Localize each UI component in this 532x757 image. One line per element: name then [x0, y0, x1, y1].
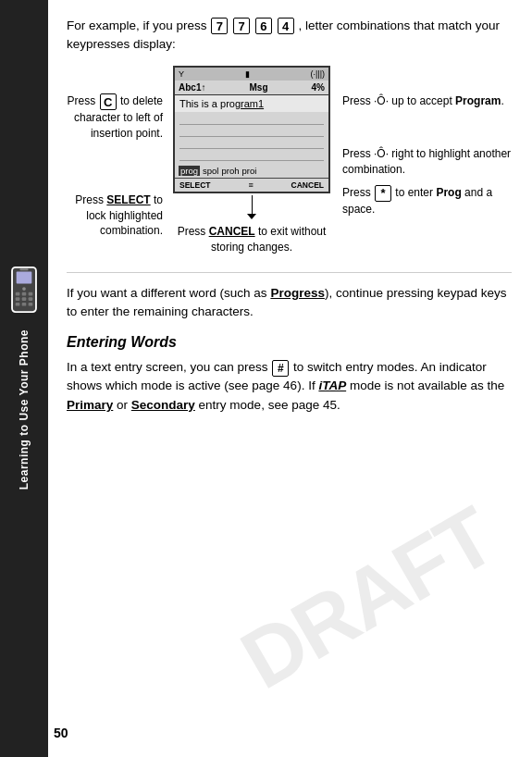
- screen-text: This is a program1: [179, 98, 264, 109]
- select-key-label: SELECT: [106, 193, 150, 206]
- right-nav-right-icon: ·Ô·: [374, 147, 389, 160]
- screen-line-1: [179, 114, 324, 125]
- screen-line-2: [179, 126, 324, 137]
- intro-text-before: For example, if you press: [67, 19, 210, 32]
- star-key: *: [375, 185, 391, 202]
- svg-point-2: [22, 288, 26, 292]
- section-para-end: entry mode, see page 45.: [195, 398, 340, 412]
- word-proh: proh: [221, 166, 239, 176]
- svg-rect-12: [19, 269, 28, 271]
- left-top-prefix: Press: [68, 94, 99, 107]
- body-para1-text-before: If you want a different word (such as: [67, 286, 270, 300]
- arrow-down-tip: [247, 214, 256, 219]
- screen-bottom-bar: SELECT ≡ CANCEL: [175, 178, 328, 192]
- key-7a: 7: [211, 18, 228, 34]
- svg-rect-7: [22, 298, 27, 302]
- hash-key: #: [272, 360, 289, 377]
- c-key: C: [100, 93, 117, 110]
- abc-indicator: Abc1↑: [179, 82, 205, 93]
- svg-rect-9: [16, 303, 20, 306]
- cancel-key-label: CANCEL: [209, 225, 255, 238]
- screen-line-3: [179, 138, 324, 149]
- sidebar-label: Learning to Use Your Phone: [18, 329, 31, 490]
- svg-rect-5: [29, 292, 33, 296]
- cancel-note: Press CANCEL to exit without storing cha…: [173, 224, 330, 255]
- screen-word-row: prog spol proh proi: [175, 164, 328, 178]
- right-bottom-prefix: Press: [342, 147, 374, 160]
- main-content: For example, if you press 7 7 6 4 , lett…: [48, 0, 532, 444]
- msg-label: Msg: [250, 82, 268, 93]
- cancel-prefix: Press: [178, 225, 209, 238]
- svg-rect-1: [17, 272, 32, 284]
- screen-cancel-btn: CANCEL: [291, 180, 324, 190]
- right-bottom-line2-middle: to enter: [392, 186, 436, 199]
- left-bottom-prefix: Press: [75, 193, 106, 206]
- section-heading: Entering Words: [67, 334, 512, 351]
- section-para-after-itap: mode is not available as the: [346, 378, 504, 392]
- phone-screen: Y ▮ (·|||) Abc1↑ Msg 4% This is a progra…: [173, 66, 330, 193]
- screen-menu-icon: ≡: [248, 180, 253, 190]
- right-nav-up-icon: ·Ô·: [374, 94, 389, 107]
- svg-rect-6: [16, 298, 20, 302]
- right-annotations: Press ·Ô· up to accept Program. Press ·Ô…: [335, 93, 512, 217]
- screen-arrow-down: [247, 195, 256, 219]
- section-paragraph: In a text entry screen, you can press # …: [67, 358, 512, 415]
- page-number: 50: [54, 726, 68, 740]
- right-top-prefix: Press: [342, 94, 374, 107]
- signal-icon: Y: [179, 69, 184, 79]
- secondary-label: Secondary: [131, 398, 195, 412]
- screen-status-bar: Y ▮ (·|||): [175, 68, 328, 81]
- primary-label: Primary: [67, 398, 113, 412]
- screen-select-btn: SELECT: [179, 180, 211, 190]
- arrow-line-vertical: [252, 195, 253, 214]
- screen-line-4: [179, 150, 324, 161]
- itap-label: iTAP: [318, 378, 346, 392]
- screen-title-bar: Abc1↑ Msg 4%: [175, 81, 328, 95]
- intro-paragraph: For example, if you press 7 7 6 4 , lett…: [67, 17, 512, 53]
- right-top-period: .: [501, 94, 503, 107]
- diagram-area: Press C to delete character to left of i…: [67, 66, 512, 255]
- key-7b: 7: [233, 18, 250, 34]
- screen-text-area: This is a program1: [175, 95, 328, 112]
- left-annotations: Press C to delete character to left of i…: [67, 93, 168, 239]
- prog-bold: Prog: [436, 186, 461, 199]
- section-para-before: In a text entry screen, you can press: [67, 360, 271, 374]
- key-6: 6: [255, 18, 272, 34]
- right-bottom-line2: Press * to enter Prog and a space.: [342, 185, 512, 217]
- right-bottom-line2-prefix: Press: [342, 186, 374, 199]
- right-bottom-line1: Press ·Ô· right to highlight another com…: [342, 146, 512, 178]
- progress-inline: Progress: [270, 286, 325, 300]
- svg-rect-8: [29, 298, 33, 302]
- right-top-annotation: Press ·Ô· up to accept Program.: [342, 93, 512, 109]
- screen-lines: [175, 112, 328, 164]
- draft-watermark: DRAFT: [226, 489, 510, 708]
- center-status-icon: ▮: [245, 69, 250, 79]
- body-paragraph-1: If you want a different word (such as Pr…: [67, 284, 512, 322]
- cursor-text: ram1: [241, 98, 264, 109]
- right-top-middle: up to accept: [389, 94, 455, 107]
- percent-value: 4%: [312, 82, 325, 93]
- right-bottom-annotation: Press ·Ô· right to highlight another com…: [342, 146, 512, 217]
- sidebar: Learning to Use Your Phone: [0, 0, 48, 757]
- phone-icon: [8, 267, 40, 313]
- svg-rect-11: [29, 303, 33, 306]
- section-para-or: or: [113, 398, 131, 412]
- left-bottom-annotation: Press SELECT to lock highlighted combina…: [67, 192, 163, 239]
- word-proi: proi: [241, 166, 256, 176]
- key-4: 4: [278, 18, 294, 34]
- left-top-annotation: Press C to delete character to left of i…: [67, 93, 163, 142]
- svg-rect-4: [22, 292, 27, 296]
- phone-screen-wrap: Y ▮ (·|||) Abc1↑ Msg 4% This is a progra…: [168, 66, 335, 255]
- battery-icon: (·|||): [310, 69, 325, 79]
- word-prog: prog: [179, 166, 200, 176]
- svg-rect-3: [16, 292, 20, 296]
- program-bold-label: Program: [455, 94, 501, 107]
- svg-rect-10: [22, 303, 27, 306]
- section-divider: [67, 272, 512, 273]
- word-spol: spol: [203, 166, 218, 176]
